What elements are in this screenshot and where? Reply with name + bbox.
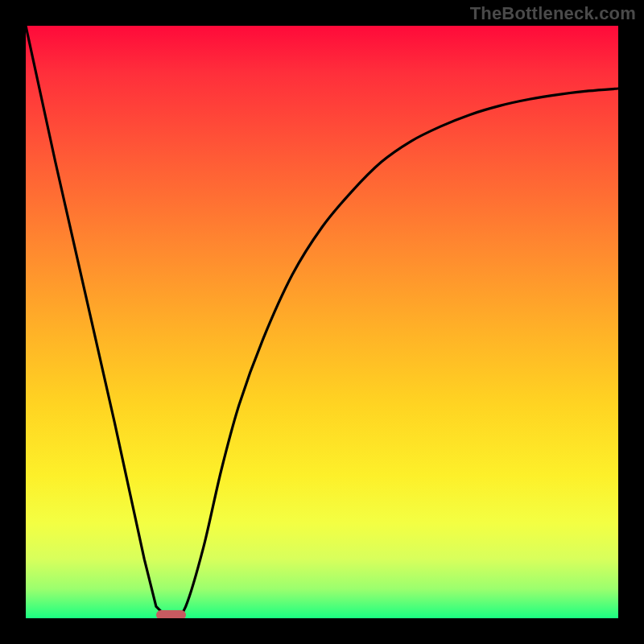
chart-frame: TheBottleneck.com	[0, 0, 644, 644]
optimal-range-marker	[156, 610, 186, 618]
watermark-text: TheBottleneck.com	[470, 3, 636, 24]
bottleneck-curve	[26, 26, 618, 618]
plot-area	[26, 26, 618, 618]
